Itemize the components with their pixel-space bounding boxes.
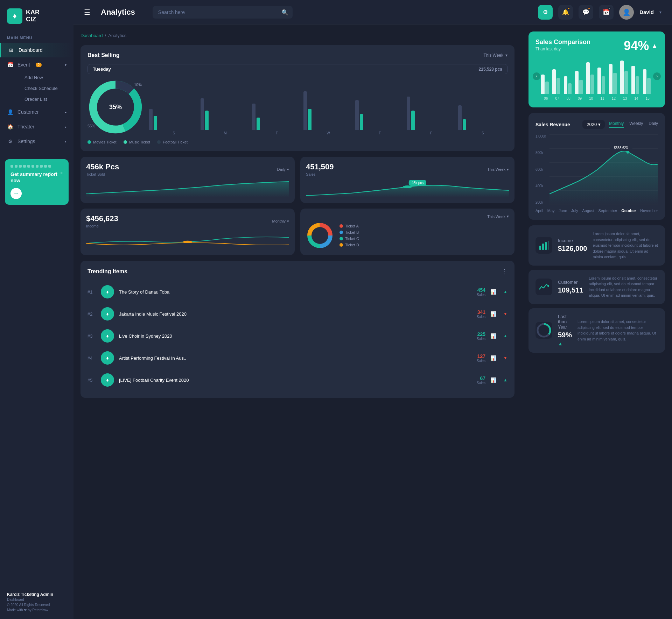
sidebar-item-dashboard[interactable]: ⊞ Dashboard [0,43,74,57]
trending-item: #2 ♦ Jakarta Indie Music Festival 2020 3… [88,303,507,325]
rev-year-selector[interactable]: 2020 ▾ [582,120,605,129]
revenue-card: Sales Revenue 2020 ▾ Monthly Weekly Dail… [528,113,665,220]
search-icon[interactable]: 🔍 [281,9,288,15]
header-actions: ⚙ 🔔 💬 📅 👤 David ▾ [538,5,662,20]
user-name: David [639,9,654,15]
svg-point-5 [183,241,192,243]
sc-percent: 94% ▲ [624,38,658,53]
trending-arrow-up-icon: ▲ [503,333,507,338]
logo-icon: ♦ [7,8,22,24]
customer-info-value: 109,511 [558,286,583,294]
calendar-button[interactable]: 📅 [599,5,614,20]
sidebar-item-settings[interactable]: ⚙ Settings ▸ [0,134,74,149]
page-title: Analytics [101,8,135,17]
filter-chevron-icon: ▾ [507,214,509,219]
customer-info-icon [536,279,552,295]
donut-label: 35% [109,104,122,111]
sales-comparison-card: Sales Comparison Than last day 94% ▲ ‹ [528,31,665,107]
best-selling-header: Best Selling This Week ▾ [88,52,507,58]
breadcrumb-current: Analytics [108,33,126,38]
income-info-desc: Lorem ipsum dolor sit amet, consectetur … [593,231,658,260]
ticket-sold-filter[interactable]: Daily ▾ [277,167,289,172]
trending-item: #1 ♦ The Story of Danau Toba 454 Sales 📊… [88,281,507,303]
sidebar-item-theater[interactable]: 🏠 Theater ▸ [0,119,74,134]
cta-button[interactable]: → [10,188,22,199]
sidebar: ♦ KAR CIZ Main Menu ⊞ Dashboard 📅 Event … [0,0,74,619]
trending-menu-icon[interactable]: ⋮ [501,268,507,275]
trending-item: #5 ♦ [LIVE] Football Charity Event 2020 … [88,369,507,391]
rev-chart-svg: $535,623 [550,134,658,204]
sc-prev-button[interactable]: ‹ [533,72,540,80]
message-dot [588,7,590,10]
settings-action-button[interactable]: ⚙ [538,5,553,20]
customer-info-card: Customer 109,511 Lorem ipsum dolor sit a… [528,270,665,304]
svg-rect-21 [545,242,547,250]
breadcrumb-parent[interactable]: Dashboard [80,33,103,38]
ticket-sold-label: Ticket Sold [86,172,119,176]
best-selling-card: Best Selling This Week ▾ Tuesday 215,523… [80,45,514,151]
notifications-button[interactable]: 🔔 [558,5,573,20]
sales-label: Sales [306,172,334,176]
income-chart [86,232,289,249]
best-selling-filter[interactable]: This Week ▾ [484,53,507,58]
ticket-types-card: This Week ▾ Ticket A Tic [300,209,514,255]
trending-header: Trending Items ⋮ [88,268,507,275]
theater-chevron-icon: ▸ [65,125,66,129]
sales-card: 451,509 Sales This Week ▾ 45k pcs [300,157,514,203]
sidebar-footer: Karciz Ticketing Admin Dashboard © 2020 … [0,585,74,619]
search-input[interactable] [153,6,293,19]
sidebar-item-add-new[interactable]: Add New [18,72,74,83]
header: ☰ Analytics 🔍 ⚙ 🔔 💬 📅 👤 David ▾ [74,0,672,24]
main-area: ☰ Analytics 🔍 ⚙ 🔔 💬 📅 👤 David ▾ [74,0,672,619]
breadcrumb-separator: / [105,33,106,38]
content-left: Dashboard / Analytics Best Selling This … [74,24,522,619]
income-filter[interactable]: Monthly ▾ [272,219,289,224]
sidebar-item-order-list[interactable]: Oreder List [18,94,74,105]
content-right: Sales Comparison Than last day 94% ▲ ‹ [522,24,672,619]
sc-next-button[interactable]: › [653,72,661,80]
tab-monthly[interactable]: Monthly [609,121,624,128]
trending-arrow-down-icon: ▼ [503,356,507,360]
settings-chevron-icon: ▸ [65,140,66,143]
event-icon: 📅 [7,62,13,68]
best-selling-legend: Movies Ticket Music Ticket Football Tick… [88,140,507,144]
income-info-card: Income $126,000 Lorem ipsum dolor sit am… [528,225,665,266]
last-year-info-card: Last than Year 59% ▲ Lorem ipsum dolor s… [528,308,665,353]
sales-chart: 45k pcs [306,180,509,197]
last-year-info-label: Last than Year [558,314,572,330]
day-badge: Tuesday 215,523 pcs [88,64,507,74]
messages-button[interactable]: 💬 [579,5,593,20]
ticket-sold-card: 456k Pcs Ticket Sold Daily ▾ [80,157,295,203]
last-year-info-value: 59% ▲ [558,331,572,347]
best-selling-chart: 35% 10% 55% [88,79,507,135]
income-label: Income [86,224,118,228]
trending-chart-icon: 📊 [490,377,496,383]
sidebar-item-customer[interactable]: 👤 Customer ▸ [0,105,74,119]
tab-daily[interactable]: Daily [649,121,658,128]
trending-arrow-up-icon: ▲ [503,289,507,294]
ticket-types-filter[interactable]: This Week ▾ [487,214,509,219]
last-year-info-icon [536,322,552,339]
user-chevron-icon[interactable]: ▾ [659,10,662,15]
rev-month-labels: April May June July August September Oct… [536,209,658,213]
sales-filter[interactable]: This Week ▾ [487,167,509,172]
svg-rect-22 [548,241,548,250]
sidebar-item-check-schedule[interactable]: Check Schedule [18,83,74,94]
trending-card: Trending Items ⋮ #1 ♦ The Story of Danau… [80,261,514,398]
trending-icon-1: ♦ [101,285,114,298]
trending-arrow-up-icon: ▲ [503,378,507,382]
hamburger-icon[interactable]: ☰ [84,8,90,16]
trending-chart-icon: 📊 [490,289,496,295]
sidebar-item-event[interactable]: 📅 Event 2 ▾ [0,57,74,72]
income-info-value: $126,000 [558,245,587,253]
y-axis-labels: 1,000k 800k 600k 400k 200k [536,134,546,204]
main-menu-label: Main Menu [0,32,74,43]
settings-icon: ⚙ [7,138,13,145]
tab-weekly[interactable]: Weekly [629,121,643,128]
bar-chart: S M T W T F S [149,79,507,135]
rev-tabs: Monthly Weekly Daily [609,121,658,128]
trending-icon-5: ♦ [101,373,114,387]
sales-value: 451,509 [306,162,334,171]
year-chevron-icon: ▾ [598,122,601,127]
last-year-info-desc: Lorem ipsum dolor sit amet, consectetur … [578,319,658,342]
